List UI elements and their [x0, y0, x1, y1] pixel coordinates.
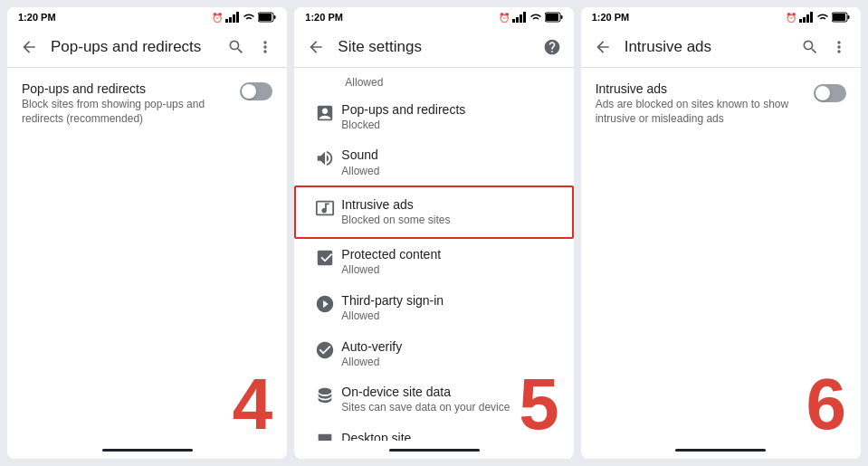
status-icons-3: ⏰	[786, 12, 850, 23]
bottom-nav-3	[581, 441, 861, 459]
wifi-icon-1	[243, 13, 255, 23]
svg-rect-19	[833, 14, 845, 21]
svg-rect-2	[233, 14, 235, 23]
status-time-1: 1:20 PM	[18, 12, 56, 23]
status-bar-1: 1:20 PM ⏰	[7, 7, 287, 27]
intrusive-ads-setting-row[interactable]: Intrusive ads Ads are blocked on sites k…	[581, 68, 861, 138]
bottom-nav-1	[7, 441, 287, 459]
popup-toggle[interactable]	[240, 82, 272, 100]
svg-rect-13	[560, 15, 562, 19]
back-button-3[interactable]	[588, 33, 617, 62]
top-bar-3: Intrusive ads	[581, 27, 861, 67]
battery-icon-3	[832, 12, 850, 23]
svg-rect-5	[259, 14, 272, 21]
protected-icon	[309, 248, 341, 268]
desktop-icon	[309, 432, 341, 441]
svg-rect-0	[225, 19, 228, 23]
alarm-icon-3: ⏰	[786, 13, 796, 23]
svg-rect-10	[523, 12, 526, 23]
intrusive-ads-setting-subtitle: Ads are blocked on sites known to show i…	[596, 98, 803, 126]
svg-rect-17	[810, 12, 813, 23]
home-indicator-1	[102, 449, 193, 452]
list-item[interactable]: On-device site data Sites can save data …	[294, 376, 573, 423]
list-item[interactable]: Sound Allowed	[294, 139, 573, 185]
svg-rect-15	[803, 17, 806, 23]
list-item[interactable]: Third-party sign-in Allowed	[294, 285, 573, 331]
content-3: Intrusive ads Ads are blocked on sites k…	[581, 68, 861, 441]
list-item[interactable]: Desktop site Off	[294, 423, 573, 441]
more-button-3[interactable]	[825, 33, 854, 62]
popup-setting-title: Pop-ups and redirects	[22, 81, 240, 97]
ads-icon	[309, 198, 341, 218]
search-button-1[interactable]	[222, 33, 251, 62]
list-item[interactable]: Auto-verify Allowed	[294, 331, 573, 377]
status-time-2: 1:20 PM	[305, 12, 343, 23]
home-indicator-3	[675, 449, 766, 452]
status-bar-3: 1:20 PM ⏰	[581, 7, 861, 27]
status-bar-2: 1:20 PM ⏰	[294, 7, 573, 27]
svg-rect-7	[512, 19, 515, 23]
list-item[interactable]: Pop-ups and redirects Blocked	[294, 94, 573, 140]
popup-setting-row[interactable]: Pop-ups and redirects Block sites from s…	[7, 68, 287, 138]
svg-rect-12	[546, 14, 558, 21]
svg-rect-6	[274, 15, 276, 19]
svg-rect-1	[229, 17, 232, 23]
content-1: Pop-ups and redirects Block sites from s…	[7, 68, 287, 441]
svg-rect-16	[806, 14, 809, 23]
content-2: Allowed Pop-ups and redirects Blocked	[294, 68, 573, 441]
search-button-3[interactable]	[796, 33, 825, 62]
top-bar-2: Site settings	[294, 27, 573, 67]
help-button-2[interactable]	[538, 33, 567, 62]
wifi-icon-3	[816, 13, 829, 23]
intrusive-ads-setting-text: Intrusive ads Ads are blocked on sites k…	[596, 81, 803, 126]
autoverify-icon	[309, 340, 341, 360]
status-icons-1: ⏰	[212, 12, 276, 23]
alarm-icon-2: ⏰	[499, 13, 510, 23]
page-title-2: Site settings	[338, 38, 537, 56]
signal-icon-2	[512, 12, 527, 23]
top-bar-1: Pop-ups and redirects	[7, 27, 287, 67]
back-button-1[interactable]	[14, 33, 43, 62]
back-button-2[interactable]	[301, 33, 330, 62]
svg-rect-9	[520, 14, 522, 23]
intrusive-ads-item[interactable]: Intrusive ads Blocked on some sites	[294, 185, 573, 239]
sound-icon	[309, 148, 341, 168]
panel-popups: 1:20 PM ⏰	[7, 7, 287, 459]
list-item[interactable]: Allowed	[294, 68, 573, 94]
device-data-icon	[309, 385, 341, 405]
intrusive-ads-toggle[interactable]	[814, 84, 846, 102]
page-title-1: Pop-ups and redirects	[51, 38, 222, 56]
popups-icon	[309, 103, 341, 123]
signal-icon-1	[225, 12, 240, 23]
popup-setting-text: Pop-ups and redirects Block sites from s…	[22, 81, 240, 126]
bottom-nav-2	[294, 441, 573, 459]
panel-intrusive-ads: 1:20 PM ⏰	[581, 7, 861, 459]
panel-site-settings: 1:20 PM ⏰	[294, 7, 573, 459]
home-indicator-2	[389, 449, 480, 452]
svg-rect-14	[799, 19, 802, 23]
alarm-icon-1: ⏰	[212, 13, 223, 23]
wifi-icon-2	[529, 13, 542, 23]
intrusive-ads-setting-title: Intrusive ads	[596, 81, 803, 97]
signin-icon	[309, 294, 341, 314]
svg-rect-20	[848, 15, 850, 19]
svg-rect-8	[516, 17, 519, 23]
page-title-3: Intrusive ads	[625, 38, 796, 56]
status-icons-2: ⏰	[499, 12, 563, 23]
battery-icon-1	[258, 12, 276, 23]
signal-icon-3	[799, 12, 814, 23]
svg-rect-3	[236, 12, 239, 23]
status-time-3: 1:20 PM	[592, 12, 630, 23]
more-button-1[interactable]	[251, 33, 280, 62]
popup-setting-subtitle: Block sites from showing pop-ups and red…	[22, 98, 240, 126]
list-item[interactable]: Protected content Allowed	[294, 239, 573, 285]
battery-icon-2	[545, 12, 563, 23]
